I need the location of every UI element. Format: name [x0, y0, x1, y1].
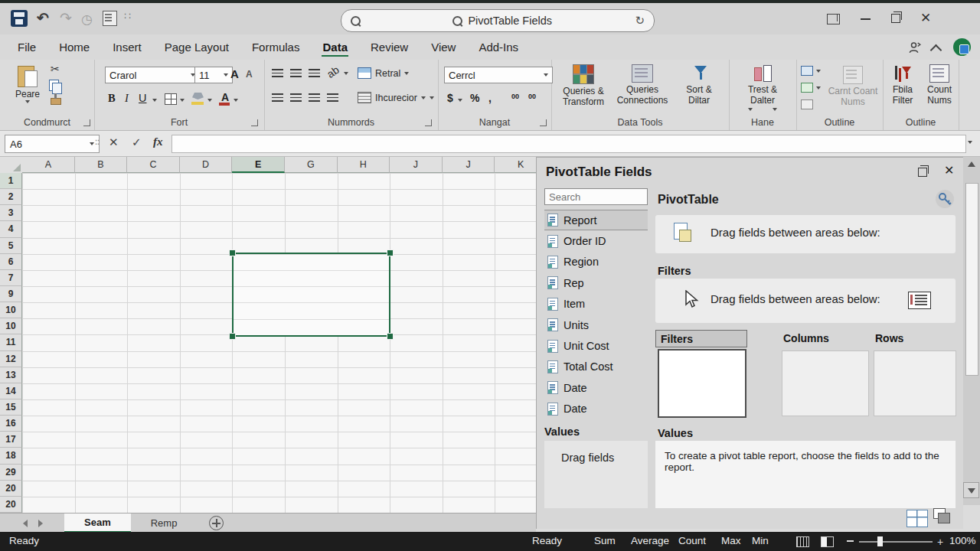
tab-formulas[interactable]: Formulas: [240, 41, 312, 60]
recent-icon[interactable]: ◷: [81, 11, 93, 28]
chevron-down-icon[interactable]: [180, 99, 185, 102]
scrollbar-thumb[interactable]: [965, 183, 978, 376]
dialog-launcher-icon[interactable]: [251, 119, 258, 126]
row-header[interactable]: 15: [0, 399, 22, 416]
zoom-in-icon[interactable]: +: [937, 536, 943, 548]
filters-dropzone[interactable]: [658, 349, 746, 418]
column-header-H[interactable]: H: [338, 157, 390, 173]
align-top-icon[interactable]: [272, 69, 283, 77]
queries-transform-button[interactable]: Queries & Transform: [556, 64, 611, 108]
outline-mini-button[interactable]: [801, 66, 821, 76]
center-across-button[interactable]: Ihcurecior: [358, 92, 434, 103]
redo-icon[interactable]: ↷: [60, 10, 72, 27]
comma-button[interactable]: ,: [488, 92, 492, 104]
zoom-slider-track[interactable]: [859, 541, 933, 543]
cells-area[interactable]: [22, 173, 536, 513]
share-icon[interactable]: [908, 41, 922, 54]
tab-page-layout[interactable]: Page Layout: [153, 41, 240, 60]
select-all-corner[interactable]: [0, 157, 23, 174]
format-painter-icon[interactable]: [51, 98, 61, 105]
outline-mini-button[interactable]: [801, 83, 821, 93]
zoom-level-label[interactable]: 100%: [949, 535, 976, 546]
field-item[interactable]: Report: [544, 210, 648, 230]
quick-access-dots-icon[interactable]: ∶∶: [124, 11, 133, 21]
title-search-box[interactable]: PivotTable Fields ↻: [341, 9, 655, 32]
maximize-button[interactable]: [891, 14, 900, 23]
statusbar-item-average[interactable]: Average: [631, 535, 669, 546]
previous-sheet-icon[interactable]: [23, 520, 28, 527]
statusbar-item-max[interactable]: Max: [721, 535, 741, 546]
field-item[interactable]: Order ID: [544, 230, 648, 251]
column-header-K[interactable]: K: [495, 157, 536, 173]
sheet-tab-remp[interactable]: Remp: [131, 514, 198, 533]
panel-close-icon[interactable]: ✕: [944, 163, 954, 178]
decrease-decimal-icon[interactable]: 00: [528, 93, 536, 100]
sort-filter-button[interactable]: Sort & Diltar: [675, 64, 723, 106]
field-item[interactable]: Region: [544, 252, 648, 272]
row-header[interactable]: 6: [0, 254, 22, 270]
new-sheet-icon[interactable]: [209, 516, 224, 530]
increase-decimal-icon[interactable]: 00: [511, 93, 519, 100]
row-header[interactable]: 29: [0, 465, 22, 481]
italic-button[interactable]: I: [125, 92, 129, 105]
columns-dropzone[interactable]: [782, 350, 869, 416]
statusbar-item-sum[interactable]: Sum: [594, 535, 616, 546]
zoom-out-icon[interactable]: [847, 540, 854, 542]
tab-insert[interactable]: Insert: [101, 41, 153, 60]
quick-access-table-icon[interactable]: [103, 11, 117, 26]
cut-icon[interactable]: ✂: [51, 63, 60, 75]
page-layout-view-icon[interactable]: [821, 536, 834, 547]
name-box[interactable]: A6: [5, 135, 100, 153]
selection-handle[interactable]: [387, 249, 394, 256]
row-header[interactable]: 1: [0, 173, 22, 189]
row-header[interactable]: 20: [0, 497, 22, 513]
align-bottom-icon[interactable]: [309, 69, 320, 77]
values-right-dropzone[interactable]: To create a pivot table report, choose t…: [655, 441, 956, 508]
column-header-C[interactable]: C: [127, 157, 180, 173]
vertical-scrollbar[interactable]: [963, 157, 980, 505]
insert-function-icon[interactable]: fx: [153, 135, 163, 148]
field-item[interactable]: Date: [544, 399, 648, 419]
align-right-icon[interactable]: [309, 93, 320, 102]
row-header[interactable]: 10: [0, 318, 22, 334]
statusbar-item-min[interactable]: Min: [752, 535, 769, 546]
outline-mini-button[interactable]: [801, 99, 813, 109]
column-header-E[interactable]: E: [232, 157, 285, 173]
row-header[interactable]: 14: [0, 383, 22, 399]
field-item[interactable]: Units: [544, 315, 648, 335]
field-item[interactable]: Item: [544, 294, 648, 315]
column-header-D[interactable]: D: [180, 157, 233, 173]
row-header[interactable]: 11: [0, 334, 22, 350]
row-header[interactable]: 5: [0, 238, 22, 254]
column-header-J[interactable]: J: [443, 157, 495, 173]
row-header[interactable]: 17: [0, 432, 22, 448]
row-header[interactable]: 12: [0, 351, 22, 367]
tab-add-ins[interactable]: Add-Ins: [467, 41, 530, 60]
field-item[interactable]: Rep: [544, 272, 648, 293]
number-format-combo[interactable]: Cerrcl: [444, 67, 553, 83]
row-header[interactable]: 4: [0, 221, 22, 237]
column-header-B[interactable]: B: [75, 157, 128, 173]
tab-home[interactable]: Home: [47, 41, 101, 60]
shrink-font-button[interactable]: A: [246, 69, 253, 80]
paste-button[interactable]: Peare: [9, 64, 46, 103]
font-name-combo[interactable]: Crarol: [105, 67, 200, 83]
layout-options-icon[interactable]: [827, 14, 840, 24]
column-header-G[interactable]: G: [285, 157, 338, 173]
scroll-down-icon[interactable]: [963, 482, 979, 498]
font-color-icon[interactable]: A: [221, 91, 229, 103]
field-item[interactable]: Unit Cost: [544, 335, 648, 356]
zoom-slider-thumb[interactable]: [877, 536, 883, 546]
tab-file[interactable]: File: [6, 41, 47, 60]
row-header[interactable]: 9: [0, 286, 22, 302]
copy-icon[interactable]: [49, 80, 59, 91]
refresh-icon[interactable]: ↻: [635, 14, 645, 28]
row-header[interactable]: 7: [0, 270, 22, 286]
statusbar-item-ready[interactable]: Ready: [532, 535, 562, 546]
justify-icon[interactable]: [327, 93, 338, 102]
dialog-launcher-icon[interactable]: [425, 119, 432, 126]
row-header[interactable]: 2: [0, 189, 22, 205]
chevron-down-icon[interactable]: [458, 99, 462, 102]
row-header[interactable]: 16: [0, 416, 22, 432]
merge-button[interactable]: Retral: [358, 67, 409, 79]
